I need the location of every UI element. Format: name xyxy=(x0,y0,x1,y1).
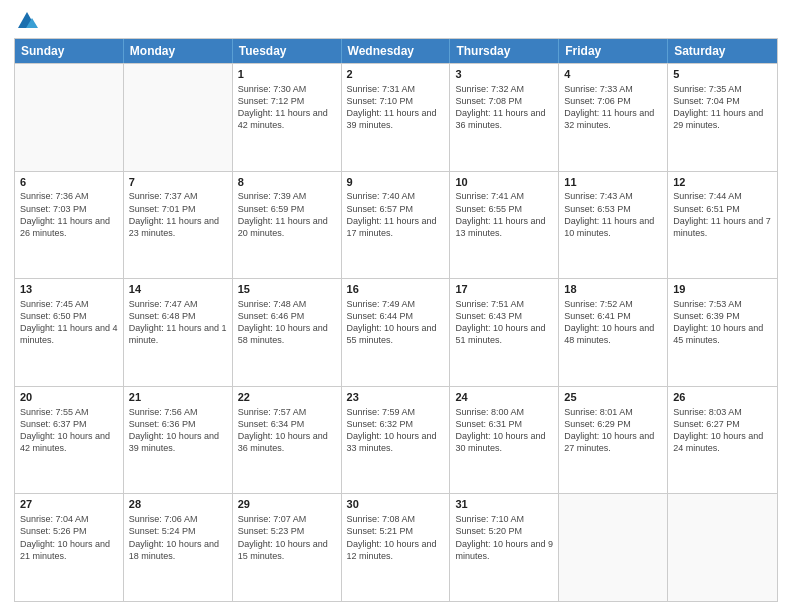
cell-day-number: 30 xyxy=(347,497,445,512)
calendar-row-1: 1Sunrise: 7:30 AM Sunset: 7:12 PM Daylig… xyxy=(15,63,777,171)
cell-day-number: 25 xyxy=(564,390,662,405)
cell-day-number: 14 xyxy=(129,282,227,297)
cell-day-number: 17 xyxy=(455,282,553,297)
calendar-header: SundayMondayTuesdayWednesdayThursdayFrid… xyxy=(15,39,777,63)
calendar-row-2: 6Sunrise: 7:36 AM Sunset: 7:03 PM Daylig… xyxy=(15,171,777,279)
cell-day-number: 31 xyxy=(455,497,553,512)
cell-info: Sunrise: 7:08 AM Sunset: 5:21 PM Dayligh… xyxy=(347,513,445,562)
cell-day-number: 16 xyxy=(347,282,445,297)
cell-day-number: 28 xyxy=(129,497,227,512)
cell-day-number: 22 xyxy=(238,390,336,405)
calendar-cell xyxy=(15,64,124,171)
cell-info: Sunrise: 7:33 AM Sunset: 7:06 PM Dayligh… xyxy=(564,83,662,132)
calendar-cell: 25Sunrise: 8:01 AM Sunset: 6:29 PM Dayli… xyxy=(559,387,668,494)
calendar-cell xyxy=(668,494,777,601)
calendar-row-5: 27Sunrise: 7:04 AM Sunset: 5:26 PM Dayli… xyxy=(15,493,777,601)
cell-day-number: 9 xyxy=(347,175,445,190)
cell-info: Sunrise: 7:31 AM Sunset: 7:10 PM Dayligh… xyxy=(347,83,445,132)
cell-info: Sunrise: 7:04 AM Sunset: 5:26 PM Dayligh… xyxy=(20,513,118,562)
cell-day-number: 27 xyxy=(20,497,118,512)
cell-day-number: 15 xyxy=(238,282,336,297)
day-header-saturday: Saturday xyxy=(668,39,777,63)
cell-info: Sunrise: 7:06 AM Sunset: 5:24 PM Dayligh… xyxy=(129,513,227,562)
cell-info: Sunrise: 7:40 AM Sunset: 6:57 PM Dayligh… xyxy=(347,190,445,239)
cell-day-number: 18 xyxy=(564,282,662,297)
calendar-cell: 6Sunrise: 7:36 AM Sunset: 7:03 PM Daylig… xyxy=(15,172,124,279)
calendar-cell: 23Sunrise: 7:59 AM Sunset: 6:32 PM Dayli… xyxy=(342,387,451,494)
calendar-cell: 30Sunrise: 7:08 AM Sunset: 5:21 PM Dayli… xyxy=(342,494,451,601)
calendar-cell: 16Sunrise: 7:49 AM Sunset: 6:44 PM Dayli… xyxy=(342,279,451,386)
calendar-cell: 26Sunrise: 8:03 AM Sunset: 6:27 PM Dayli… xyxy=(668,387,777,494)
calendar-cell: 8Sunrise: 7:39 AM Sunset: 6:59 PM Daylig… xyxy=(233,172,342,279)
calendar-cell: 11Sunrise: 7:43 AM Sunset: 6:53 PM Dayli… xyxy=(559,172,668,279)
cell-info: Sunrise: 7:48 AM Sunset: 6:46 PM Dayligh… xyxy=(238,298,336,347)
calendar-cell xyxy=(124,64,233,171)
cell-day-number: 21 xyxy=(129,390,227,405)
cell-day-number: 3 xyxy=(455,67,553,82)
cell-info: Sunrise: 7:56 AM Sunset: 6:36 PM Dayligh… xyxy=(129,406,227,455)
calendar-cell: 3Sunrise: 7:32 AM Sunset: 7:08 PM Daylig… xyxy=(450,64,559,171)
calendar-cell: 29Sunrise: 7:07 AM Sunset: 5:23 PM Dayli… xyxy=(233,494,342,601)
calendar: SundayMondayTuesdayWednesdayThursdayFrid… xyxy=(14,38,778,602)
cell-day-number: 11 xyxy=(564,175,662,190)
calendar-cell: 20Sunrise: 7:55 AM Sunset: 6:37 PM Dayli… xyxy=(15,387,124,494)
day-header-friday: Friday xyxy=(559,39,668,63)
cell-info: Sunrise: 7:07 AM Sunset: 5:23 PM Dayligh… xyxy=(238,513,336,562)
calendar-cell: 2Sunrise: 7:31 AM Sunset: 7:10 PM Daylig… xyxy=(342,64,451,171)
cell-info: Sunrise: 7:52 AM Sunset: 6:41 PM Dayligh… xyxy=(564,298,662,347)
cell-info: Sunrise: 7:35 AM Sunset: 7:04 PM Dayligh… xyxy=(673,83,772,132)
cell-day-number: 10 xyxy=(455,175,553,190)
cell-info: Sunrise: 7:44 AM Sunset: 6:51 PM Dayligh… xyxy=(673,190,772,239)
calendar-row-3: 13Sunrise: 7:45 AM Sunset: 6:50 PM Dayli… xyxy=(15,278,777,386)
cell-info: Sunrise: 7:10 AM Sunset: 5:20 PM Dayligh… xyxy=(455,513,553,562)
calendar-cell: 9Sunrise: 7:40 AM Sunset: 6:57 PM Daylig… xyxy=(342,172,451,279)
day-header-wednesday: Wednesday xyxy=(342,39,451,63)
calendar-cell: 28Sunrise: 7:06 AM Sunset: 5:24 PM Dayli… xyxy=(124,494,233,601)
cell-info: Sunrise: 8:00 AM Sunset: 6:31 PM Dayligh… xyxy=(455,406,553,455)
cell-info: Sunrise: 7:36 AM Sunset: 7:03 PM Dayligh… xyxy=(20,190,118,239)
day-header-monday: Monday xyxy=(124,39,233,63)
calendar-cell: 22Sunrise: 7:57 AM Sunset: 6:34 PM Dayli… xyxy=(233,387,342,494)
calendar-cell: 24Sunrise: 8:00 AM Sunset: 6:31 PM Dayli… xyxy=(450,387,559,494)
calendar-cell: 21Sunrise: 7:56 AM Sunset: 6:36 PM Dayli… xyxy=(124,387,233,494)
cell-info: Sunrise: 7:32 AM Sunset: 7:08 PM Dayligh… xyxy=(455,83,553,132)
cell-info: Sunrise: 7:51 AM Sunset: 6:43 PM Dayligh… xyxy=(455,298,553,347)
calendar-cell: 27Sunrise: 7:04 AM Sunset: 5:26 PM Dayli… xyxy=(15,494,124,601)
logo xyxy=(14,10,38,32)
cell-day-number: 8 xyxy=(238,175,336,190)
day-header-sunday: Sunday xyxy=(15,39,124,63)
calendar-row-4: 20Sunrise: 7:55 AM Sunset: 6:37 PM Dayli… xyxy=(15,386,777,494)
cell-day-number: 20 xyxy=(20,390,118,405)
cell-info: Sunrise: 7:41 AM Sunset: 6:55 PM Dayligh… xyxy=(455,190,553,239)
cell-info: Sunrise: 7:59 AM Sunset: 6:32 PM Dayligh… xyxy=(347,406,445,455)
calendar-cell: 14Sunrise: 7:47 AM Sunset: 6:48 PM Dayli… xyxy=(124,279,233,386)
calendar-body: 1Sunrise: 7:30 AM Sunset: 7:12 PM Daylig… xyxy=(15,63,777,601)
cell-info: Sunrise: 7:37 AM Sunset: 7:01 PM Dayligh… xyxy=(129,190,227,239)
cell-day-number: 24 xyxy=(455,390,553,405)
cell-info: Sunrise: 7:39 AM Sunset: 6:59 PM Dayligh… xyxy=(238,190,336,239)
day-header-tuesday: Tuesday xyxy=(233,39,342,63)
cell-info: Sunrise: 8:01 AM Sunset: 6:29 PM Dayligh… xyxy=(564,406,662,455)
calendar-cell xyxy=(559,494,668,601)
page: SundayMondayTuesdayWednesdayThursdayFrid… xyxy=(0,0,792,612)
cell-info: Sunrise: 7:30 AM Sunset: 7:12 PM Dayligh… xyxy=(238,83,336,132)
cell-info: Sunrise: 8:03 AM Sunset: 6:27 PM Dayligh… xyxy=(673,406,772,455)
cell-day-number: 5 xyxy=(673,67,772,82)
cell-day-number: 12 xyxy=(673,175,772,190)
cell-info: Sunrise: 7:45 AM Sunset: 6:50 PM Dayligh… xyxy=(20,298,118,347)
cell-day-number: 7 xyxy=(129,175,227,190)
calendar-cell: 10Sunrise: 7:41 AM Sunset: 6:55 PM Dayli… xyxy=(450,172,559,279)
cell-day-number: 13 xyxy=(20,282,118,297)
cell-info: Sunrise: 7:53 AM Sunset: 6:39 PM Dayligh… xyxy=(673,298,772,347)
calendar-cell: 4Sunrise: 7:33 AM Sunset: 7:06 PM Daylig… xyxy=(559,64,668,171)
calendar-cell: 15Sunrise: 7:48 AM Sunset: 6:46 PM Dayli… xyxy=(233,279,342,386)
calendar-cell: 7Sunrise: 7:37 AM Sunset: 7:01 PM Daylig… xyxy=(124,172,233,279)
cell-info: Sunrise: 7:47 AM Sunset: 6:48 PM Dayligh… xyxy=(129,298,227,347)
cell-day-number: 2 xyxy=(347,67,445,82)
cell-day-number: 29 xyxy=(238,497,336,512)
cell-info: Sunrise: 7:49 AM Sunset: 6:44 PM Dayligh… xyxy=(347,298,445,347)
calendar-cell: 1Sunrise: 7:30 AM Sunset: 7:12 PM Daylig… xyxy=(233,64,342,171)
cell-day-number: 4 xyxy=(564,67,662,82)
calendar-cell: 17Sunrise: 7:51 AM Sunset: 6:43 PM Dayli… xyxy=(450,279,559,386)
cell-info: Sunrise: 7:55 AM Sunset: 6:37 PM Dayligh… xyxy=(20,406,118,455)
